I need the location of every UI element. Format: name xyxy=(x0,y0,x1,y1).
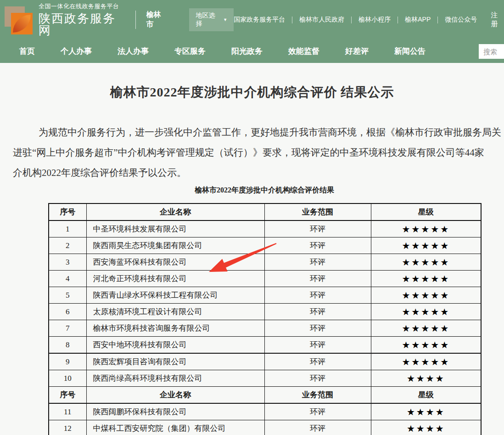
search-input[interactable] xyxy=(479,44,504,59)
table-row: 11陕西阔鹏环保科技有限公司环评★★★★ xyxy=(49,403,481,420)
row-number: 1 xyxy=(49,220,86,237)
region-select-button[interactable]: 地区选择 ▼ xyxy=(189,8,234,31)
link-separator xyxy=(292,17,292,23)
nav-item-法人办事[interactable]: 法人办事 xyxy=(118,46,149,56)
page: { "theme": { "green": "#6f9c7c", "green_… xyxy=(0,0,504,435)
company-name: 太原核清环境工程设计有限公司 xyxy=(86,304,264,320)
column-header: 星级 xyxy=(371,387,481,404)
current-city-label: 榆林市 xyxy=(146,10,168,29)
register-link[interactable]: 注册 xyxy=(491,11,504,28)
company-name: 河北奇正环境科技有限公司 xyxy=(86,271,264,287)
announcement-paragraph: 为规范中介服务行为，进一步强化中介监管工作，更好地提升我市营商环境，根据《榆林市… xyxy=(0,122,504,183)
row-number: 11 xyxy=(49,403,86,420)
paragraph-line: 进驻“网上中介服务超市”中介机构考评管理规定（试行）》要求，现将评定的中圣环境科… xyxy=(13,142,504,163)
table-row: 10陕西尚绿高科环境科技有限公司环评★★★★ xyxy=(49,370,481,387)
site-logo-icon xyxy=(5,5,33,35)
row-number: 4 xyxy=(49,271,86,287)
table-row: 8西安中地环境科技有限公司环评★★★★★ xyxy=(49,337,481,354)
star-rating: ★★★★★ xyxy=(371,220,481,237)
nav-item-个人办事[interactable]: 个人办事 xyxy=(61,46,92,56)
business-scope: 环评 xyxy=(264,237,371,254)
site-brand: 全国一体化在线政务服务平台 陕西政务服务网 xyxy=(39,3,125,36)
column-header: 序号 xyxy=(49,387,86,404)
table-row: 9陕西宏辉项目咨询有限公司环评★★★★★ xyxy=(49,353,481,370)
row-number: 12 xyxy=(49,420,86,435)
table-row: 3西安海蓝环保科技有限公司环评★★★★★ xyxy=(49,254,481,271)
chevron-down-icon: ▼ xyxy=(223,18,227,22)
company-name: 陕西阔鹏环保科技有限公司 xyxy=(86,403,264,420)
link-separator xyxy=(351,17,352,23)
masthead: 全国一体化在线政务服务平台 陕西政务服务网 榆林市 地区选择 ▼ 国家政务服务平… xyxy=(0,0,504,63)
company-name: 榆林市环境科技咨询服务有限公司 xyxy=(86,320,264,337)
nav-item-专区服务[interactable]: 专区服务 xyxy=(174,46,206,56)
star-rating: ★★★★★ xyxy=(371,287,481,304)
external-link[interactable]: 微信公众号 xyxy=(445,16,477,24)
article-content: 榆林市2022年度涉批中介机构综合评价 结果公示 为规范中介服务行为，进一步强化… xyxy=(0,84,504,435)
top-bar: 全国一体化在线政务服务平台 陕西政务服务网 榆林市 地区选择 ▼ 国家政务服务平… xyxy=(0,0,504,40)
business-scope: 环评 xyxy=(264,254,371,271)
main-nav: 首页个人办事法人办事专区服务阳光政务效能监督好差评新闻公告 xyxy=(0,40,504,63)
external-link[interactable]: 榆林APP xyxy=(405,16,431,24)
star-rating: ★★★★ xyxy=(371,370,481,387)
table-row: 7榆林市环境科技咨询服务有限公司环评★★★★★ xyxy=(49,320,481,337)
external-link[interactable]: 国家政务服务平台 xyxy=(234,16,285,24)
company-name: 陕西青山绿水环保科技工程有限公司 xyxy=(86,287,264,304)
table-row: 5陕西青山绿水环保科技工程有限公司环评★★★★★ xyxy=(49,287,481,304)
column-header: 业务范围 xyxy=(264,387,371,404)
star-rating: ★★★★★ xyxy=(371,271,481,287)
table-row: 12中煤科工西安研究院（集团）有限公司环评★★★★ xyxy=(49,420,481,435)
table-row: 2陕西雨昊生态环境集团有限公司环评★★★★★ xyxy=(49,237,481,254)
business-scope: 环评 xyxy=(264,320,371,337)
row-number: 10 xyxy=(49,370,86,387)
company-name: 西安中地环境科技有限公司 xyxy=(86,337,264,354)
row-number: 3 xyxy=(49,254,86,271)
company-name: 陕西尚绿高科环境科技有限公司 xyxy=(86,370,264,387)
column-header: 业务范围 xyxy=(264,203,371,220)
business-scope: 环评 xyxy=(264,337,371,354)
table-header-row: 序号企业名称业务范围星级 xyxy=(49,387,481,404)
star-rating: ★★★★★ xyxy=(371,320,481,337)
star-rating: ★★★★ xyxy=(371,420,481,435)
page-title: 榆林市2022年度涉批中介机构综合评价 结果公示 xyxy=(0,84,504,101)
site-name: 陕西政务服务网 xyxy=(39,12,125,36)
row-number: 5 xyxy=(49,287,86,304)
column-header: 企业名称 xyxy=(86,203,264,220)
evaluation-results-table: 序号企业名称业务范围星级1中圣环境科技发展有限公司环评★★★★★2陕西雨昊生态环… xyxy=(48,203,482,435)
row-number: 2 xyxy=(49,237,86,254)
business-scope: 环评 xyxy=(264,304,371,320)
nav-item-好差评[interactable]: 好差评 xyxy=(345,46,369,56)
external-link[interactable]: 榆林小程序 xyxy=(358,16,391,24)
company-name: 西安海蓝环保科技有限公司 xyxy=(86,254,264,271)
region-select-label: 地区选择 xyxy=(196,11,220,28)
row-number: 8 xyxy=(49,337,86,354)
nav-item-新闻公告[interactable]: 新闻公告 xyxy=(394,46,426,56)
star-rating: ★★★★★ xyxy=(371,304,481,320)
nav-item-首页[interactable]: 首页 xyxy=(19,46,35,56)
business-scope: 环评 xyxy=(264,420,371,435)
column-header: 企业名称 xyxy=(86,387,264,404)
table-row: 4河北奇正环境科技有限公司环评★★★★★ xyxy=(49,271,481,287)
nav-item-阳光政务[interactable]: 阳光政务 xyxy=(231,46,263,56)
table-caption: 榆林市2022年度涉批中介机构综合评价结果 xyxy=(48,186,481,195)
business-scope: 环评 xyxy=(264,287,371,304)
business-scope: 环评 xyxy=(264,271,371,287)
paragraph-line: 为规范中介服务行为，进一步强化中介监管工作，更好地提升我市营商环境，根据《榆林市… xyxy=(13,122,504,142)
link-separator xyxy=(398,17,398,23)
external-link[interactable]: 榆林市人民政府 xyxy=(299,16,344,24)
link-separator xyxy=(437,17,438,23)
star-rating: ★★★★★ xyxy=(371,237,481,254)
star-rating: ★★★★★ xyxy=(371,353,481,370)
paragraph-line: 介机构2022年度综合评价结果予以公示。 xyxy=(13,163,504,183)
row-number: 7 xyxy=(49,320,86,337)
business-scope: 环评 xyxy=(264,403,371,420)
star-rating: ★★★★ xyxy=(371,403,481,420)
business-scope: 环评 xyxy=(264,353,371,370)
row-number: 6 xyxy=(49,304,86,320)
company-name: 中煤科工西安研究院（集团）有限公司 xyxy=(86,420,264,435)
header-divider xyxy=(135,11,136,29)
nav-item-效能监督[interactable]: 效能监督 xyxy=(288,46,319,56)
table-row: 6太原核清环境工程设计有限公司环评★★★★★ xyxy=(49,304,481,320)
company-name: 中圣环境科技发展有限公司 xyxy=(86,220,264,237)
business-scope: 环评 xyxy=(264,370,371,387)
business-scope: 环评 xyxy=(264,220,371,237)
